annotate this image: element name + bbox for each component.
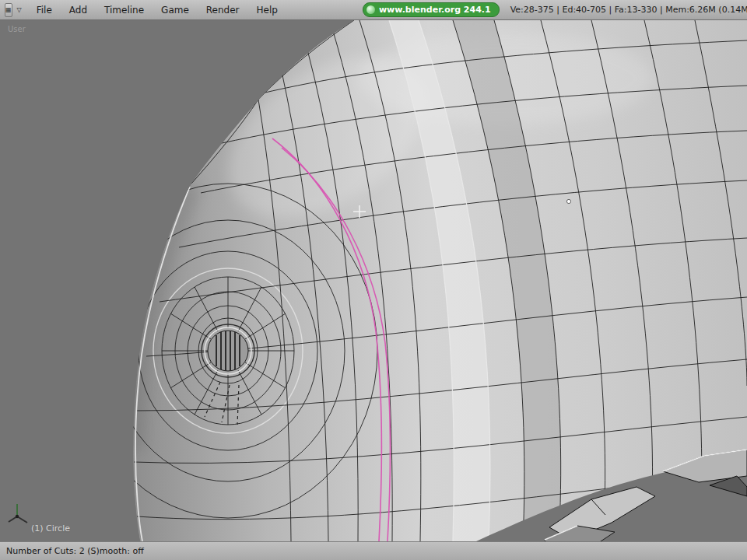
viewport-canvas[interactable]	[0, 20, 747, 541]
axis-gizmo-icon	[9, 504, 27, 523]
menu-timeline[interactable]: Timeline	[97, 3, 151, 17]
view-orientation-label: User	[8, 25, 26, 33]
version-badge-text: www.blender.org 244.1	[379, 5, 491, 15]
version-badge: www.blender.org 244.1	[363, 2, 500, 17]
menu-render[interactable]: Render	[199, 3, 247, 17]
viewport-3d[interactable]: User (1) Circle	[0, 20, 747, 541]
header-bar: ▦ ▽ File Add Timeline Game Render Help w…	[0, 0, 747, 20]
header-collapse-icon[interactable]: ▽	[17, 6, 22, 13]
socket-hub	[208, 331, 248, 371]
menu-help[interactable]: Help	[250, 3, 285, 17]
menu-file[interactable]: File	[30, 3, 59, 17]
menu-game[interactable]: Game	[154, 3, 196, 17]
vertex-dot	[566, 199, 570, 203]
footer-bar: Number of Cuts: 2 (S)mooth: off	[0, 541, 747, 560]
blender-logo-icon	[366, 5, 375, 14]
menu-add[interactable]: Add	[62, 3, 94, 17]
editor-type-icon[interactable]: ▦	[5, 3, 12, 17]
scene-stats: Ve:28-375 | Ed:40-705 | Fa:13-330 | Mem:…	[510, 5, 747, 15]
blender-window: ▦ ▽ File Add Timeline Game Render Help w…	[0, 0, 747, 560]
loopcut-status-text: Number of Cuts: 2 (S)mooth: off	[6, 546, 144, 556]
active-object-label: (1) Circle	[31, 523, 70, 534]
mesh-surface	[79, 20, 747, 541]
